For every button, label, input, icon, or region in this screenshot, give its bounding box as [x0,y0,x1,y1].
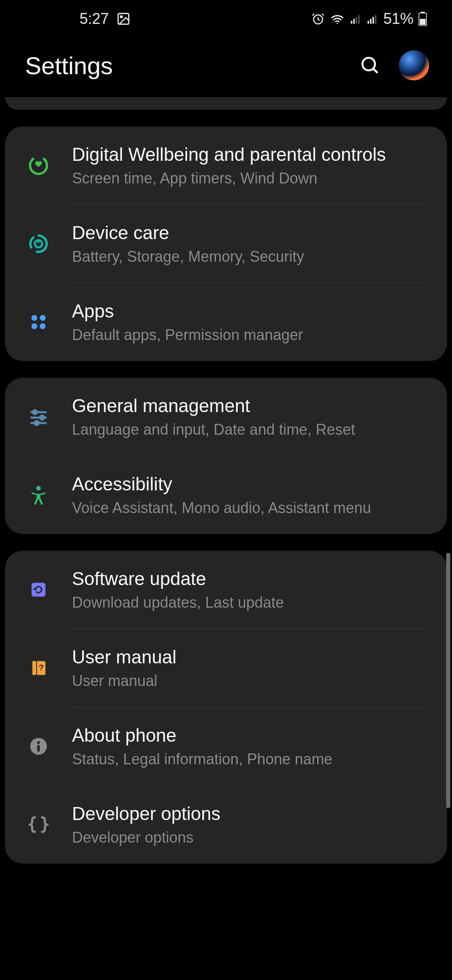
battery-percent: 51% [383,10,413,28]
svg-point-20 [31,315,37,321]
row-title: General management [72,394,430,418]
svg-rect-6 [358,15,360,24]
list-item-user-manual[interactable]: ? User manual User manual [5,629,447,707]
row-subtitle: Status, Legal information, Phone name [72,750,430,769]
svg-point-36 [37,741,40,744]
row-subtitle: Default apps, Permission manager [72,325,430,345]
svg-rect-13 [420,19,426,25]
svg-point-25 [33,410,37,414]
settings-card-partial: Motions and gestures, One-handed mode [5,97,447,110]
update-icon [22,580,55,599]
braces-icon [22,814,55,836]
status-right: 51% [311,10,427,28]
svg-rect-32 [32,661,36,675]
app-header: Settings [0,38,452,97]
row-title: Apps [72,299,430,323]
profile-avatar[interactable] [399,50,429,80]
info-icon [22,736,55,756]
wifi-icon [330,11,345,26]
svg-point-22 [31,323,37,329]
row-title: Device care [72,221,430,245]
row-subtitle: Download updates, Last update [72,593,430,613]
svg-rect-8 [370,19,372,24]
list-item-accessibility[interactable]: Accessibility Voice Assistant, Mono audi… [5,456,447,534]
list-item-developer-options[interactable]: Developer options Developer options [5,786,447,864]
row-subtitle: Battery, Storage, Memory, Security [72,247,430,267]
svg-rect-4 [353,19,355,24]
svg-rect-31 [32,583,46,596]
row-title: User manual [72,645,430,669]
search-button[interactable] [360,55,380,75]
svg-text:?: ? [39,663,44,672]
row-title: Developer options [72,802,430,825]
settings-card: General management Language and input, D… [5,378,447,534]
svg-rect-37 [37,745,40,752]
svg-point-23 [40,323,46,329]
manual-icon: ? [22,659,55,677]
wellbeing-icon [22,154,55,177]
row-subtitle: Voice Assistant, Mono audio, Assistant m… [72,498,430,518]
settings-card: Software update Download updates, Last u… [5,551,447,864]
list-item-about-phone[interactable]: About phone Status, Legal information, P… [5,707,447,785]
apps-icon [22,312,55,332]
accessibility-icon [22,484,55,506]
svg-point-17 [31,235,47,252]
svg-point-29 [35,421,39,425]
header-actions [360,50,429,80]
svg-rect-9 [372,17,374,23]
list-item-software-update[interactable]: Software update Download updates, Last u… [5,551,447,629]
row-subtitle: Screen time, App timers, Wind Down [72,169,430,188]
list-item-general-management[interactable]: General management Language and input, D… [5,378,447,456]
battery-icon [419,12,427,26]
screenshot-icon [116,12,131,26]
row-subtitle: Developer options [72,828,430,848]
status-left: 5:27 [80,10,131,28]
svg-point-14 [362,58,375,70]
svg-rect-5 [356,17,357,23]
signal-icon-2 [367,13,378,25]
list-item-apps[interactable]: Apps Default apps, Permission manager [5,283,447,361]
svg-point-27 [40,415,44,420]
status-bar: 5:27 [0,0,452,38]
row-title: Accessibility [72,472,430,496]
svg-rect-7 [367,21,369,24]
row-subtitle: Language and input, Date and time, Reset [72,420,430,440]
row-subtitle: User manual [72,671,430,691]
row-title: Digital Wellbeing and parental controls [72,142,430,166]
list-item-device-care[interactable]: Device care Battery, Storage, Memory, Se… [5,205,447,283]
svg-point-30 [36,486,41,490]
settings-card: Digital Wellbeing and parental controls … [5,126,447,361]
settings-list: Motions and gestures, One-handed mode Di… [0,97,452,864]
signal-icon-1 [350,13,362,25]
row-title: Software update [72,567,430,591]
search-icon [360,55,380,75]
svg-rect-10 [375,15,377,24]
svg-point-21 [40,315,46,321]
page-title: Settings [25,52,113,80]
row-title: About phone [72,723,430,747]
status-time: 5:27 [80,10,109,28]
alarm-icon [311,12,325,26]
svg-rect-3 [351,21,352,24]
list-item-digital-wellbeing[interactable]: Digital Wellbeing and parental controls … [5,126,447,204]
device-care-icon [22,233,55,255]
svg-point-1 [121,16,122,18]
scroll-indicator[interactable] [446,553,450,808]
list-item[interactable]: Motions and gestures, One-handed mode [5,97,447,110]
sliders-icon [22,406,55,428]
svg-line-15 [373,69,378,73]
